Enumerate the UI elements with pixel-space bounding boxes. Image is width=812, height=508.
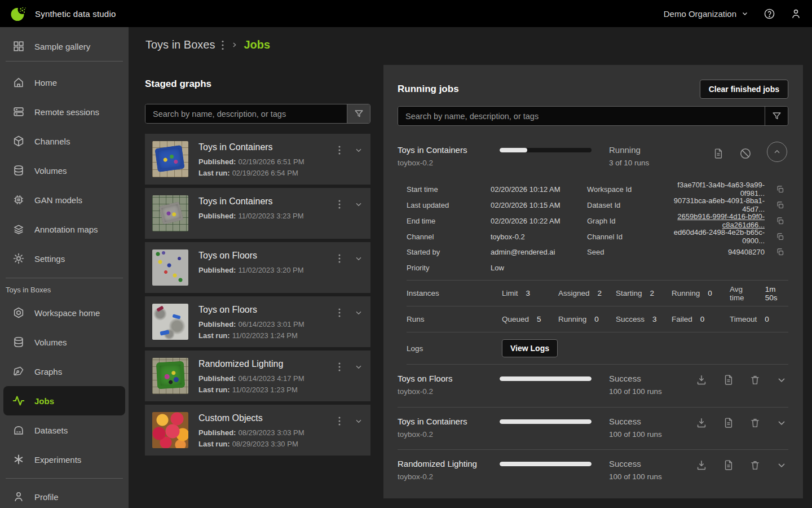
job-row: Toys in Containers toybox-0.2 Success 10…: [398, 407, 788, 449]
server-icon: [12, 106, 25, 118]
expand-job-button[interactable]: [776, 374, 787, 386]
download-icon[interactable]: [695, 374, 708, 386]
staged-graph-card[interactable]: Custom Objects Published:08/29/2023 3:03…: [145, 405, 370, 456]
sidebar-item-label: Graphs: [34, 367, 62, 376]
chevron-down-icon: [776, 459, 787, 471]
delete-icon[interactable]: [749, 459, 761, 471]
runs-row: Runs Queued5 Running0 Success3 Failed0 T…: [407, 306, 788, 332]
copy-icon[interactable]: [776, 248, 784, 256]
staged-graphs-search: [145, 104, 370, 124]
chevron-down-icon[interactable]: [354, 200, 363, 231]
kebab-menu-icon[interactable]: [338, 146, 341, 177]
stat-value: 2: [650, 289, 655, 297]
sidebar-item-annotation-maps[interactable]: Annotation maps: [0, 214, 129, 244]
download-icon[interactable]: [695, 417, 708, 429]
filter-button[interactable]: [765, 107, 788, 125]
dataset-id-value: 90731bca-a6eb-4091-8ba1-45d7...: [672, 196, 771, 213]
user-menu-button[interactable]: [790, 8, 802, 20]
sidebar-item-remote-sessions[interactable]: Remote sessions: [0, 97, 129, 126]
stat-value: 1m 50s: [765, 285, 788, 302]
last-run-label: Last run:: [198, 386, 230, 394]
sidebar-item-volumes[interactable]: Volumes: [0, 156, 129, 185]
finished-jobs-list: Toys on Floors toybox-0.2 Success 100 of…: [398, 365, 788, 492]
expand-job-button[interactable]: [776, 417, 787, 428]
sidebar-item-channels[interactable]: Channels: [0, 126, 129, 156]
organization-selector[interactable]: Demo Organization: [664, 9, 749, 19]
delete-icon[interactable]: [749, 417, 761, 428]
chevron-right-icon: [231, 41, 238, 49]
chevron-down-icon[interactable]: [354, 308, 363, 340]
logs-icon[interactable]: [723, 459, 734, 471]
copy-icon[interactable]: [776, 185, 784, 194]
kebab-menu-icon[interactable]: [338, 308, 341, 340]
kebab-menu-icon[interactable]: [338, 200, 341, 231]
kebab-menu-icon[interactable]: [338, 254, 341, 286]
stat-value: 2: [598, 289, 602, 297]
published-value: 02/19/2026 6:51 PM: [238, 157, 304, 166]
chevron-down-icon[interactable]: [354, 362, 363, 394]
chevron-down-icon[interactable]: [354, 417, 363, 448]
expand-job-button[interactable]: [776, 459, 787, 471]
sidebar-item-jobs[interactable]: Jobs: [3, 386, 125, 415]
breadcrumb-workspace[interactable]: Toys in Boxes: [145, 38, 215, 51]
graph-title: Toys on Floors: [198, 305, 328, 315]
published-label: Published:: [198, 212, 236, 220]
sidebar-item-label: Profile: [34, 492, 59, 502]
detail-label: Dataset Id: [587, 201, 672, 209]
copy-icon[interactable]: [776, 233, 784, 241]
copy-icon[interactable]: [776, 217, 784, 225]
stat-label: Success: [616, 315, 645, 323]
help-button[interactable]: [764, 8, 775, 20]
sidebar-item-label: Settings: [34, 254, 65, 264]
last-run-value: 11/02/2023 1:23 PM: [232, 386, 298, 394]
view-logs-button[interactable]: View Logs: [502, 339, 558, 357]
logs-icon[interactable]: [713, 148, 724, 159]
stat-label: Avg time: [730, 285, 757, 302]
published-label: Published:: [198, 320, 236, 329]
chevron-down-icon[interactable]: [354, 254, 363, 286]
detail-value: 02/20/2026 10:22 AM: [491, 217, 587, 225]
delete-icon[interactable]: [749, 374, 761, 386]
cancel-job-icon[interactable]: [739, 147, 752, 160]
kebab-menu-icon[interactable]: [338, 417, 341, 448]
stat-label: Starting: [616, 289, 642, 297]
collapse-job-button[interactable]: [767, 142, 787, 162]
sidebar-item-workspace-home[interactable]: Workspace home: [0, 298, 129, 327]
published-value: 06/14/2023 4:17 PM: [238, 374, 304, 383]
sidebar-item-home[interactable]: Home: [0, 68, 129, 97]
app-logo-icon[interactable]: [10, 6, 27, 22]
sidebar-item-graphs[interactable]: Graphs: [0, 357, 129, 386]
download-icon[interactable]: [695, 459, 708, 471]
published-value: 11/02/2023 3:20 PM: [238, 266, 303, 274]
sidebar-item-settings[interactable]: Settings: [0, 244, 129, 273]
stat-value: 0: [594, 315, 599, 323]
sidebar-item-datasets[interactable]: Datasets: [0, 415, 129, 445]
staged-graph-card[interactable]: Toys on Floors Published:06/14/2023 3:01…: [145, 296, 370, 347]
sidebar-item-workspace-volumes[interactable]: Volumes: [0, 327, 129, 357]
copy-icon[interactable]: [776, 201, 784, 209]
chevron-down-icon: [776, 374, 787, 386]
sidebar-item-experiments[interactable]: Experiments: [0, 445, 129, 474]
search-input[interactable]: [398, 107, 765, 125]
staged-graph-card[interactable]: Toys on Floors Published:11/02/2023 3:20…: [145, 242, 370, 293]
staged-graph-card[interactable]: Toys in Containers Published:02/19/2026 …: [145, 134, 370, 185]
search-input[interactable]: [145, 104, 347, 123]
sidebar-item-profile[interactable]: Profile: [0, 482, 129, 508]
sidebar-item-sample-gallery[interactable]: Sample gallery: [0, 32, 129, 61]
divider: [6, 478, 123, 479]
staged-graph-card[interactable]: Randomized Lighting Published:06/14/2023…: [145, 351, 370, 401]
staged-graph-card[interactable]: Toys in Containers Published:11/02/2023 …: [145, 188, 370, 239]
database-icon: [12, 164, 25, 177]
kebab-menu-icon[interactable]: [220, 40, 225, 50]
database-icon: [12, 336, 25, 348]
logs-icon[interactable]: [723, 417, 734, 428]
graph-id-link[interactable]: 2659b916-999f-4d16-b9f0-c8a261d66...: [672, 212, 771, 229]
logs-icon[interactable]: [723, 374, 734, 386]
chevron-down-icon[interactable]: [354, 146, 363, 177]
kebab-menu-icon[interactable]: [338, 362, 341, 394]
staged-graphs-title: Staged graphs: [145, 78, 370, 90]
filter-button[interactable]: [347, 104, 370, 123]
detail-label: Channel Id: [587, 233, 672, 241]
clear-finished-jobs-button[interactable]: Clear finished jobs: [700, 80, 788, 99]
sidebar-item-gan-models[interactable]: GAN models: [0, 185, 129, 214]
